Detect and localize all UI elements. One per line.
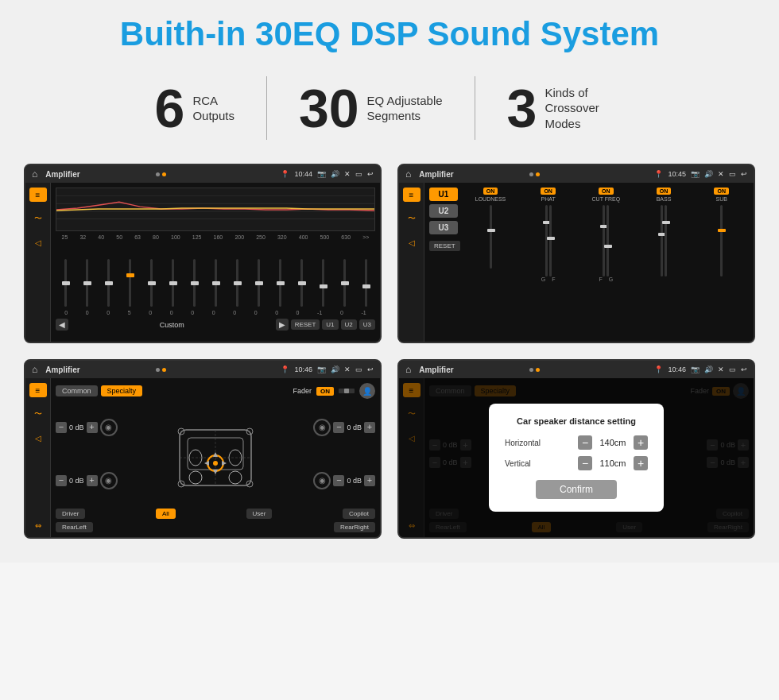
minus-btn-rt[interactable]: −: [333, 422, 344, 433]
u3-btn-eq[interactable]: U3: [359, 319, 375, 330]
u2-btn-eq[interactable]: U2: [341, 319, 357, 330]
vertical-value: 110cm: [597, 458, 629, 468]
horizontal-plus-btn[interactable]: +: [634, 435, 648, 450]
reset-btn-amp[interactable]: RESET: [429, 241, 460, 251]
x-icon-3: ✕: [344, 365, 351, 373]
dialog-vertical-controls: − 110cm +: [578, 456, 648, 470]
camera-icon-1: 📷: [317, 170, 326, 178]
eq-slider-9[interactable]: [227, 259, 246, 307]
fader-cutfreq-f[interactable]: [603, 205, 605, 277]
side-icon-speaker3[interactable]: ◁: [29, 431, 47, 445]
eq-slider-15[interactable]: [356, 259, 375, 307]
eq-slider-11[interactable]: [270, 259, 289, 307]
vertical-plus-btn[interactable]: +: [634, 456, 648, 470]
eq-slider-2[interactable]: [77, 259, 96, 307]
x-icon-1: ✕: [344, 170, 351, 178]
eq-slider-6[interactable]: [163, 259, 182, 307]
eq-slider-1[interactable]: [56, 259, 75, 307]
eq-slider-14[interactable]: [335, 259, 354, 307]
dialog-overlay: Car speaker distance setting Horizontal …: [399, 378, 754, 537]
stat-rca-text: RCA Outputs: [192, 93, 234, 124]
tab-specialty[interactable]: Specialty: [101, 385, 143, 396]
profile-icon-fader[interactable]: 👤: [359, 383, 375, 399]
screen1-body: ≡ 〜 ◁: [25, 183, 380, 342]
fader-content: Common Specialty Fader ON 👤: [51, 378, 380, 537]
fader-phat-f[interactable]: [549, 205, 552, 277]
side-icon-wave3[interactable]: 〜: [29, 407, 47, 421]
eq-sliders-row: [56, 243, 375, 307]
plus-btn-rt[interactable]: +: [364, 422, 375, 433]
on-badge-fader[interactable]: ON: [316, 387, 334, 396]
back-icon-2[interactable]: ↩: [741, 170, 747, 178]
rearleft-btn[interactable]: RearLeft: [56, 522, 93, 532]
side-icon-arrows3[interactable]: ⇔: [29, 518, 47, 532]
fader-loudness[interactable]: [490, 205, 492, 269]
eq-slider-8[interactable]: [206, 259, 225, 307]
eq-slider-3[interactable]: [99, 259, 118, 307]
side-icon-eq[interactable]: ≡: [29, 188, 47, 202]
horizontal-minus-btn[interactable]: −: [578, 435, 592, 450]
eq-slider-12[interactable]: [292, 259, 311, 307]
side-icon-eq2[interactable]: ≡: [403, 188, 421, 202]
eq-slider-4[interactable]: [120, 259, 139, 307]
side-icon-speaker[interactable]: ◁: [29, 235, 47, 249]
u1-btn[interactable]: U1: [429, 188, 458, 201]
svg-point-8: [189, 471, 202, 484]
u2-btn[interactable]: U2: [429, 204, 458, 218]
side-icon-eq3[interactable]: ≡: [29, 383, 47, 397]
side-icon-wave2[interactable]: 〜: [403, 211, 421, 226]
eq-content: 25 32 40 50 63 80 100 125 160 200 250 32…: [51, 183, 380, 342]
volume-icon-1: 🔊: [331, 170, 339, 178]
home-icon-2[interactable]: ⌂: [405, 168, 411, 180]
fader-phat-g[interactable]: [545, 205, 548, 277]
plus-btn-lb[interactable]: +: [87, 475, 98, 486]
stat-crossover-text: Kinds of Crossover Modes: [545, 85, 624, 132]
db-value-rb: 0 dB: [347, 477, 362, 485]
plus-btn-lt[interactable]: +: [87, 422, 98, 433]
fader-bass[interactable]: [661, 205, 663, 277]
pin-icon-2: 📍: [654, 170, 663, 178]
dialog-horizontal-label: Horizontal: [505, 439, 552, 447]
vertical-minus-btn[interactable]: −: [578, 456, 592, 470]
driver-btn[interactable]: Driver: [56, 509, 85, 519]
tab-common[interactable]: Common: [56, 385, 98, 396]
home-icon-3[interactable]: ⌂: [32, 364, 37, 375]
u1-btn-eq[interactable]: U1: [322, 319, 338, 330]
eq-slider-7[interactable]: [184, 259, 203, 307]
fader-bass2[interactable]: [665, 205, 667, 277]
screen3-title: Amplifier: [45, 365, 151, 374]
back-icon-3[interactable]: ↩: [367, 365, 374, 373]
back-icon-4[interactable]: ↩: [741, 365, 747, 373]
user-btn[interactable]: User: [246, 509, 273, 519]
screen-amp: ⌂ Amplifier 📍 10:45 📷 🔊 ✕ ▭ ↩ ≡ 〜: [397, 164, 755, 343]
minus-btn-rb[interactable]: −: [333, 475, 344, 486]
side-icon-wave[interactable]: 〜: [29, 211, 47, 226]
eq-slider-5[interactable]: [141, 259, 161, 307]
screen-fader-dialog: ⌂ Amplifier 📍 10:46 📷 🔊 ✕ ▭ ↩ ≡ 〜: [397, 359, 755, 539]
eq-values: 0 0 0 5 0 0 0 0 0 0 0 0 -1 0 -1: [56, 310, 375, 315]
eq-slider-13[interactable]: [313, 259, 332, 307]
rearright-btn[interactable]: RearRight: [334, 522, 375, 532]
plus-btn-rb[interactable]: +: [364, 475, 375, 486]
back-icon-1[interactable]: ↩: [367, 170, 374, 178]
home-icon-1[interactable]: ⌂: [32, 168, 37, 180]
eq-slider-10[interactable]: [249, 259, 268, 307]
fader-cutfreq-g[interactable]: [607, 205, 609, 277]
channel-bass: ON BASS: [637, 188, 692, 282]
reset-btn-eq[interactable]: RESET: [291, 319, 320, 330]
home-icon-4[interactable]: ⌂: [405, 364, 411, 375]
u3-btn[interactable]: U3: [429, 221, 458, 234]
confirm-button[interactable]: Confirm: [536, 480, 617, 499]
copilot-btn[interactable]: Copilot: [343, 509, 375, 519]
minus-btn-lb[interactable]: −: [56, 475, 67, 486]
main-title: Buith-in 30EQ DSP Sound System: [24, 16, 755, 52]
dot7: [529, 368, 533, 372]
prev-preset-btn[interactable]: ◀: [56, 319, 68, 331]
all-btn[interactable]: All: [156, 509, 176, 519]
fader-sub[interactable]: [720, 205, 723, 277]
side-icon-speaker2[interactable]: ◁: [403, 235, 421, 249]
dot6: [162, 368, 166, 372]
next-preset-btn[interactable]: ▶: [276, 319, 289, 331]
screen3-body: ≡ 〜 ◁ ⇔ Common Specialty Fader ON: [25, 378, 380, 537]
minus-btn-lt[interactable]: −: [56, 422, 67, 433]
